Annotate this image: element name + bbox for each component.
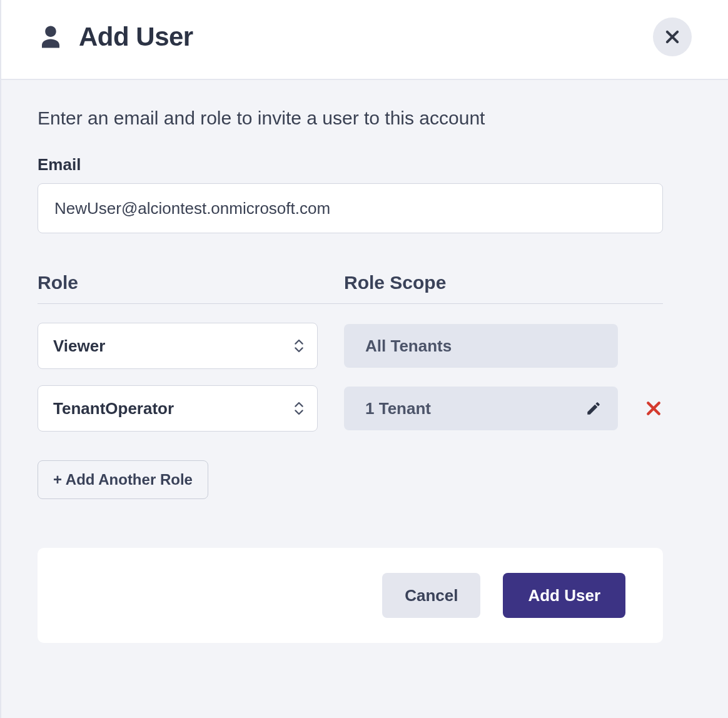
cancel-button[interactable]: Cancel [382, 573, 480, 618]
add-user-button[interactable]: Add User [503, 573, 625, 618]
scope-text: 1 Tenant [365, 399, 431, 418]
scope-display[interactable]: 1 Tenant [344, 387, 618, 430]
role-headers: Role Role Scope [38, 272, 663, 304]
email-input[interactable] [38, 183, 663, 233]
instruction-text: Enter an email and role to invite a user… [38, 108, 692, 129]
add-role-button[interactable]: + Add Another Role [38, 460, 208, 499]
role-section: Role Role Scope Viewer All Tenants [38, 272, 663, 499]
email-field-group: Email [38, 155, 692, 233]
scope-column-header: Role Scope [344, 272, 663, 293]
user-icon [38, 24, 64, 50]
modal-body: Enter an email and role to invite a user… [1, 80, 728, 663]
modal-title: Add User [79, 22, 193, 52]
chevron-updown-icon [293, 400, 305, 417]
close-icon [664, 28, 681, 46]
scope-text: All Tenants [365, 336, 452, 356]
add-user-modal: Add User Enter an email and role to invi… [0, 0, 728, 718]
email-label: Email [38, 155, 692, 174]
role-select[interactable]: TenantOperator [38, 385, 318, 432]
role-row: Viewer All Tenants [38, 323, 663, 369]
modal-footer: Cancel Add User [38, 548, 663, 643]
role-column-header: Role [38, 272, 318, 293]
role-select-value: TenantOperator [53, 399, 174, 418]
remove-role-icon[interactable] [644, 399, 663, 418]
close-button[interactable] [653, 18, 692, 56]
role-select[interactable]: Viewer [38, 323, 318, 369]
chevron-updown-icon [293, 337, 305, 355]
scope-display: All Tenants [344, 324, 618, 368]
header-title-group: Add User [38, 22, 193, 52]
modal-header: Add User [1, 0, 728, 80]
role-select-value: Viewer [53, 336, 105, 356]
role-row: TenantOperator 1 Tenant [38, 385, 663, 432]
edit-icon[interactable] [585, 400, 602, 417]
